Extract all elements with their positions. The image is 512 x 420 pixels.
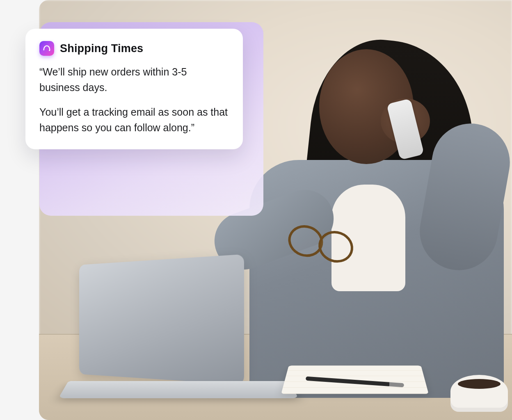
svg-point-0 [49, 50, 50, 51]
card-body: “We’ll ship new orders within 3-5 busine… [39, 64, 229, 135]
ai-logo-icon [39, 41, 54, 56]
coffee-cup [450, 375, 508, 412]
card-title: Shipping Times [60, 42, 143, 55]
laptop-base [58, 381, 299, 398]
info-card-wrap: Shipping Times “We’ll ship new orders wi… [13, 15, 243, 208]
card-paragraph-1: “We’ll ship new orders within 3-5 busine… [39, 64, 229, 95]
laptop-screen [79, 254, 244, 385]
info-card: Shipping Times “We’ll ship new orders wi… [25, 29, 243, 149]
card-header: Shipping Times [39, 41, 229, 56]
laptop [64, 260, 285, 408]
card-paragraph-2: You’ll get a tracking email as soon as t… [39, 104, 229, 135]
